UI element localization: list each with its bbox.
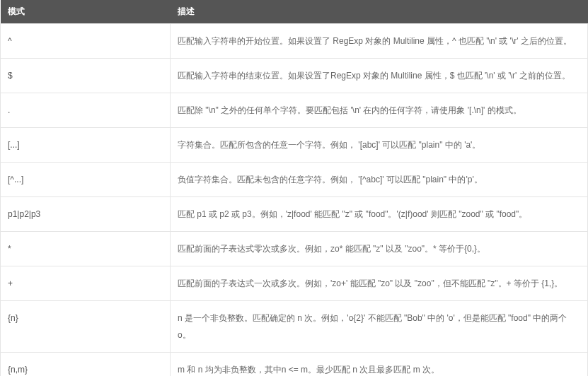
table-row: {n} n 是一个非负整数。匹配确定的 n 次。例如，'o{2}' 不能匹配 "… bbox=[1, 301, 588, 353]
cell-pattern: p1|p2|p3 bbox=[1, 197, 171, 232]
table-row: * 匹配前面的子表达式零次或多次。例如，zo* 能匹配 "z" 以及 "zoo"… bbox=[1, 232, 588, 266]
cell-desc: 匹配除 "\n" 之外的任何单个字符。要匹配包括 '\n' 在内的任何字符，请使… bbox=[171, 93, 588, 128]
cell-desc: 匹配 p1 或 p2 或 p3。例如，'z|food' 能匹配 "z" 或 "f… bbox=[171, 197, 588, 232]
table-row: . 匹配除 "\n" 之外的任何单个字符。要匹配包括 '\n' 在内的任何字符，… bbox=[1, 93, 588, 128]
cell-desc: 负值字符集合。匹配未包含的任意字符。例如， '[^abc]' 可以匹配 "pla… bbox=[171, 163, 588, 197]
table-header-row: 模式 描述 bbox=[1, 0, 588, 24]
cell-desc: 匹配前面的子表达式一次或多次。例如，'zo+' 能匹配 "zo" 以及 "zoo… bbox=[171, 266, 588, 301]
cell-desc: 匹配前面的子表达式零次或多次。例如，zo* 能匹配 "z" 以及 "zoo"。*… bbox=[171, 232, 588, 266]
cell-desc: 匹配输入字符串的结束位置。如果设置了RegExp 对象的 Multiline 属… bbox=[171, 59, 588, 93]
header-desc: 描述 bbox=[171, 0, 588, 24]
table-row: ^ 匹配输入字符串的开始位置。如果设置了 RegExp 对象的 Multilin… bbox=[1, 24, 588, 59]
cell-pattern: [...] bbox=[1, 128, 171, 163]
table-row: + 匹配前面的子表达式一次或多次。例如，'zo+' 能匹配 "zo" 以及 "z… bbox=[1, 266, 588, 301]
table-row: [...] 字符集合。匹配所包含的任意一个字符。例如， '[abc]' 可以匹配… bbox=[1, 128, 588, 163]
cell-pattern: + bbox=[1, 266, 171, 301]
table-row: [^...] 负值字符集合。匹配未包含的任意字符。例如， '[^abc]' 可以… bbox=[1, 163, 588, 197]
table-row: {n,m} m 和 n 均为非负整数，其中n <= m。最少匹配 n 次且最多匹… bbox=[1, 353, 588, 377]
cell-pattern: * bbox=[1, 232, 171, 266]
header-pattern: 模式 bbox=[1, 0, 171, 24]
cell-desc: 字符集合。匹配所包含的任意一个字符。例如， '[abc]' 可以匹配 "plai… bbox=[171, 128, 588, 163]
cell-pattern: {n,m} bbox=[1, 353, 171, 377]
cell-pattern: . bbox=[1, 93, 171, 128]
cell-pattern: [^...] bbox=[1, 163, 171, 197]
cell-desc: m 和 n 均为非负整数，其中n <= m。最少匹配 n 次且最多匹配 m 次。 bbox=[171, 353, 588, 377]
cell-pattern: {n} bbox=[1, 301, 171, 353]
regex-table: 模式 描述 ^ 匹配输入字符串的开始位置。如果设置了 RegExp 对象的 Mu… bbox=[0, 0, 588, 376]
table-row: $ 匹配输入字符串的结束位置。如果设置了RegExp 对象的 Multiline… bbox=[1, 59, 588, 93]
table-row: p1|p2|p3 匹配 p1 或 p2 或 p3。例如，'z|food' 能匹配… bbox=[1, 197, 588, 232]
cell-pattern: ^ bbox=[1, 24, 171, 59]
cell-desc: n 是一个非负整数。匹配确定的 n 次。例如，'o{2}' 不能匹配 "Bob"… bbox=[171, 301, 588, 353]
cell-pattern: $ bbox=[1, 59, 171, 93]
cell-desc: 匹配输入字符串的开始位置。如果设置了 RegExp 对象的 Multiline … bbox=[171, 24, 588, 59]
